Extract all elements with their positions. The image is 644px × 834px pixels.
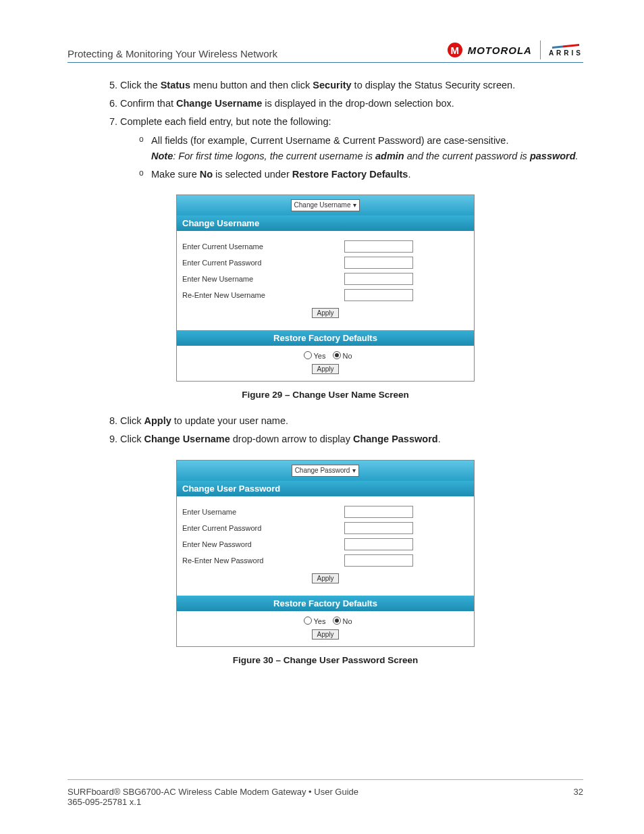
step-7-sublist: All fields (for example, Current Usernam…: [139, 133, 583, 183]
dropdown-bar-2: Change Password: [177, 461, 474, 481]
label-reenter-new-password: Re-Enter New Password: [182, 556, 344, 565]
label-current-password-2: Enter Current Password: [182, 524, 344, 532]
arris-wordmark: ARRIS: [549, 50, 583, 57]
section-title-change-username: Change Username: [177, 215, 474, 231]
motorola-wordmark: MOTOROLA: [468, 45, 532, 56]
divider: [540, 41, 541, 59]
new-username-input[interactable]: [344, 273, 413, 285]
motorola-icon: M: [448, 43, 462, 57]
step-7-sub-2: Make sure No is selected under Restore F…: [139, 167, 583, 182]
rfd-no-label-2: No: [342, 617, 352, 625]
footer-docnum: 365-095-25781 x.1: [68, 797, 583, 807]
apply-button-2[interactable]: Apply: [312, 573, 338, 583]
label-reenter-new-username: Re-Enter New Username: [182, 291, 344, 299]
reenter-new-username-input[interactable]: [344, 289, 413, 301]
rfd-yes-radio[interactable]: [304, 351, 312, 359]
step-6: Confirm that Change Username is displaye…: [120, 96, 583, 111]
apply-rfd-button-2[interactable]: Apply: [312, 629, 338, 640]
rfd-yes-label: Yes: [313, 352, 325, 360]
arris-logo: ARRIS: [549, 43, 583, 57]
apply-rfd-button-1[interactable]: Apply: [312, 364, 338, 374]
change-username-ui: Change Username Change Username Enter Cu…: [176, 194, 475, 382]
step-7: Complete each field entry, but note the …: [120, 114, 583, 182]
step-7-sub-1: All fields (for example, Current Usernam…: [139, 133, 583, 164]
step-9: Click Change Username drop-down arrow to…: [120, 432, 583, 447]
section-title-rfd-1: Restore Factory Defaults: [177, 330, 474, 346]
steps-list-b: Click Apply to update your user name. Cl…: [100, 413, 583, 447]
change-username-form: Enter Current Username Enter Current Pas…: [177, 231, 474, 330]
step-5: Click the Status menu button and then cl…: [120, 78, 583, 93]
mode-dropdown[interactable]: Change Username: [291, 199, 360, 211]
rfd-radio-row-2: Yes No: [177, 611, 474, 629]
rfd-yes-radio-2[interactable]: [304, 617, 312, 625]
label-username: Enter Username: [182, 508, 344, 516]
brand-logos: M MOTOROLA ARRIS: [448, 41, 583, 59]
page-footer: SURFboard® SBG6700-AC Wireless Cable Mod…: [68, 779, 583, 807]
reenter-new-password-input[interactable]: [344, 554, 413, 567]
dropdown-bar: Change Username: [177, 195, 474, 215]
steps-list-a: Click the Status menu button and then cl…: [100, 78, 583, 182]
rfd-no-radio-2[interactable]: [333, 617, 341, 625]
footer-left: SURFboard® SBG6700-AC Wireless Cable Mod…: [68, 787, 358, 797]
step-8: Click Apply to update your user name.: [120, 413, 583, 429]
apply-button[interactable]: Apply: [312, 308, 338, 318]
rfd-no-radio[interactable]: [333, 351, 341, 359]
mode-dropdown-2[interactable]: Change Password: [292, 465, 360, 477]
section-title-change-password: Change User Password: [177, 481, 474, 496]
figure-29-caption: Figure 29 – Change User Name Screen: [68, 390, 583, 400]
label-new-password: Enter New Password: [182, 540, 344, 548]
footer-page-number: 32: [574, 787, 583, 797]
current-username-input[interactable]: [344, 240, 413, 253]
rfd-yes-label-2: Yes: [313, 617, 325, 625]
label-current-password: Enter Current Password: [182, 259, 344, 267]
header-title: Protecting & Monitoring Your Wireless Ne…: [68, 48, 277, 59]
change-password-ui: Change Password Change User Password Ent…: [176, 460, 475, 647]
username-input[interactable]: [344, 506, 413, 518]
change-password-form: Enter Username Enter Current Password En…: [177, 496, 474, 596]
label-current-username: Enter Current Username: [182, 242, 344, 251]
rfd-no-label: No: [342, 352, 352, 360]
rfd-radio-row-1: Yes No: [177, 346, 474, 364]
new-password-input[interactable]: [344, 538, 413, 550]
section-title-rfd-2: Restore Factory Defaults: [177, 596, 474, 611]
current-password-input-2[interactable]: [344, 522, 413, 534]
current-password-input[interactable]: [344, 257, 413, 269]
figure-30-caption: Figure 30 – Change User Password Screen: [68, 655, 583, 665]
arris-swoosh-icon: [552, 43, 579, 50]
label-new-username: Enter New Username: [182, 275, 344, 283]
page-header: Protecting & Monitoring Your Wireless Ne…: [68, 41, 583, 63]
